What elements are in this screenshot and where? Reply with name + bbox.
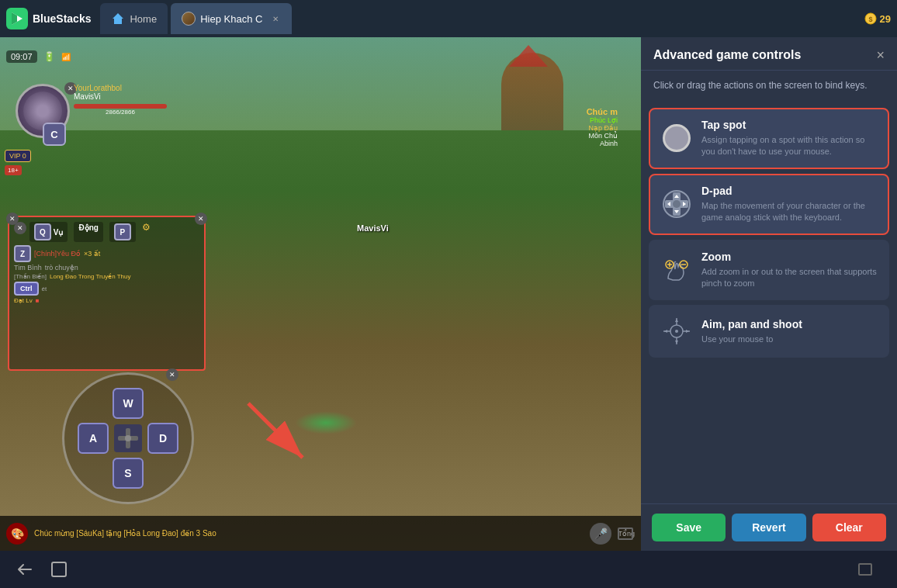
back-icon	[16, 560, 34, 579]
chat-bar: 🎨 Chúc mừng [SáuKa] tặng [Hỏa Long Đao] …	[0, 516, 641, 551]
svg-point-16	[673, 200, 681, 208]
aim-control-icon	[662, 316, 691, 346]
wifi-icon: 📶	[61, 53, 71, 61]
sel-text-3: [Thần Biến]	[14, 273, 47, 280]
dpad-control-icon	[662, 189, 691, 219]
control-item-zoom[interactable]: Zoom Add zoom in or out to the screen th…	[649, 240, 889, 301]
aim-title: Aim, pan and shoot	[701, 318, 877, 330]
svg-point-7	[125, 435, 131, 441]
age-rating-badge: 18+	[5, 165, 22, 175]
key-w-btn[interactable]: W	[113, 388, 144, 419]
chat-palette-icon[interactable]: 🎨	[6, 523, 28, 545]
save-button[interactable]: Save	[652, 514, 726, 541]
dpad-icon-container	[661, 189, 692, 220]
control-items-list: Tap spot Assign tapping on a spot with t…	[641, 102, 897, 503]
tab-home[interactable]: Home	[100, 3, 168, 34]
key-c-badge[interactable]: C	[43, 123, 66, 146]
control-item-dpad[interactable]: D-pad Map the movement of your character…	[649, 174, 889, 235]
app-name: BlueStacks	[33, 12, 91, 25]
tab-close-icon[interactable]: ✕	[270, 13, 281, 24]
revert-button[interactable]: Revert	[732, 514, 805, 541]
key-a-btn[interactable]: A	[78, 423, 109, 454]
clear-button[interactable]: Clear	[812, 514, 886, 541]
control-item-aim[interactable]: Aim, pan and shoot Use your mouse to	[649, 305, 889, 358]
svg-marker-35	[686, 330, 689, 333]
panel-footer: Save Revert Clear	[641, 503, 897, 551]
nap-dau-text: Nạp Đầu	[587, 124, 618, 132]
sel-row-2: Tim Bình trò chuyện	[14, 264, 199, 272]
key-d-btn[interactable]: D	[147, 423, 178, 454]
dpad-close-btn[interactable]: ✕	[166, 368, 178, 381]
sel-text-2b: trò chuyện	[45, 264, 78, 272]
chuc-m-text: Chúc m	[587, 107, 618, 116]
main-content: 09:07 🔋 📶 ✕ YourLorathbol MavisVi 2866/2…	[0, 37, 897, 551]
tap-spot-circle-icon	[663, 124, 691, 152]
vip-badge: VIP 0	[5, 150, 31, 162]
mini-screen-icon[interactable]	[618, 527, 633, 540]
home-nav-button[interactable]	[47, 557, 71, 582]
sel-close-top-right[interactable]: ✕	[195, 213, 207, 225]
npc-area: Chúc m Phúc Lợi Nạp Đầu Môn Chủ Abinh	[587, 107, 618, 147]
coin-count: 29	[880, 13, 891, 25]
key-s-btn[interactable]: S	[113, 458, 144, 489]
coin-area: $ 29	[864, 12, 891, 25]
bluestacks-logo-icon	[6, 8, 28, 29]
back-button[interactable]	[12, 557, 37, 582]
sel-text-4: ét	[42, 285, 47, 292]
tap-spot-icon-container	[661, 123, 692, 154]
sel-row-3: [Thần Biến] Long Đao Trong Truyền Thuy	[14, 273, 199, 280]
right-panel: Advanced game controls × Click or drag t…	[641, 37, 897, 551]
green-glow-effect	[295, 411, 357, 434]
sel-tabs: Q Vụ Động P ⚙	[29, 222, 199, 242]
ctrl-badge: Ctrl	[14, 282, 39, 296]
sel-tab-extra: ⚙	[142, 222, 151, 242]
chat-message-text: Chúc mừng [SáuKa] tặng [Hỏa Long Đao] đế…	[34, 529, 584, 538]
svg-marker-32	[675, 319, 678, 322]
hp-bar-container: 2866/2866	[74, 93, 167, 116]
control-item-tap-spot[interactable]: Tap spot Assign tapping on a spot with t…	[649, 108, 889, 169]
sel-text-3b: Long Đao Trong Truyền Thuy	[50, 273, 130, 280]
key-q-badge: Q	[34, 223, 51, 240]
bottom-right-icons	[618, 516, 633, 551]
zoom-control-icon	[662, 255, 691, 285]
panel-description: Click or drag the actions on the screen …	[641, 71, 897, 102]
tap-spot-text: Tap spot Assign tapping on a spot with t…	[701, 119, 877, 158]
tab-game[interactable]: Hiep Khach C ✕	[171, 3, 292, 34]
sel-text-5: Đạt Lv	[14, 297, 33, 304]
bottom-navbar	[0, 551, 897, 588]
sel-tab-dong[interactable]: Động	[74, 222, 102, 242]
quest-selection-box: ✕ Q Vụ Động P ⚙ Z [Chính]Yêu Đồ ×3 ất Ti…	[8, 216, 206, 371]
mon-chu-text: Môn Chủ	[587, 132, 618, 140]
sel-tab-p[interactable]: P	[109, 222, 136, 242]
zoom-icon-container	[661, 254, 692, 285]
tab-home-label: Home	[130, 13, 157, 25]
dpad-title: D-pad	[701, 185, 877, 197]
battery-icon: 🔋	[43, 51, 55, 62]
svg-marker-34	[664, 330, 667, 333]
sel-text-1: [Chính]Yêu Đồ	[34, 250, 81, 258]
sel-row-4: Ctrl ét	[14, 282, 199, 296]
sel-tab-q[interactable]: Q Vụ	[29, 222, 68, 242]
hp-text: 2866/2866	[74, 109, 167, 116]
home-tab-icon	[111, 12, 125, 26]
key-z-badge: Z	[14, 245, 31, 262]
char-name-floating: MavisVi	[357, 223, 389, 233]
tab-game-label: Hiep Khach C	[200, 13, 262, 25]
coin-icon: $	[864, 12, 877, 25]
aim-text: Aim, pan and shoot Use your mouse to	[701, 318, 877, 345]
zoom-title: Zoom	[701, 251, 877, 263]
panel-close-button[interactable]: ×	[876, 48, 885, 62]
game-area: 09:07 🔋 📶 ✕ YourLorathbol MavisVi 2866/2…	[0, 37, 641, 551]
logo-area: BlueStacks	[6, 8, 91, 29]
panel-title: Advanced game controls	[653, 48, 801, 62]
sel-text-1b: ×3 ất	[84, 250, 100, 258]
sel-text-5b: ■	[36, 297, 40, 304]
home-nav-icon	[50, 560, 68, 579]
sel-row-1: Z [Chính]Yêu Đồ ×3 ất	[14, 245, 199, 262]
aim-icon-container	[661, 316, 692, 347]
chat-mic-icon[interactable]: 🎤	[590, 523, 611, 545]
dpad-desc: Map the movement of your character or th…	[701, 200, 877, 224]
dpad-text: D-pad Map the movement of your character…	[701, 185, 877, 224]
sel-close-top-left[interactable]: ✕	[6, 213, 19, 225]
svg-marker-33	[675, 341, 678, 344]
